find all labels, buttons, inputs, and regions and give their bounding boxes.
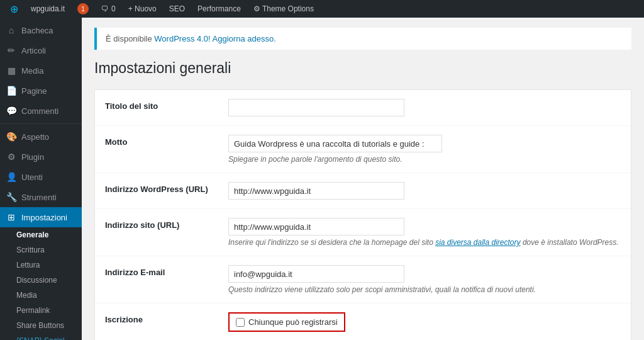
edit-icon: ✏	[6, 45, 16, 55]
sidebar-strumenti-label: Strumenti	[21, 193, 57, 202]
form-row-wp-url: Indirizzo WordPress (URL)	[95, 173, 631, 209]
adminbar-seo[interactable]: SEO	[164, 0, 190, 18]
sidebar: ⌂ Bacheca ✏ Articoli ▦ Media 📄 Pagine 💬 …	[0, 18, 82, 340]
comments-count: 0	[111, 4, 116, 13]
content-titolo	[228, 99, 621, 116]
sidebar-item-plugin[interactable]: ⚙ Plugin	[0, 147, 82, 167]
label-wp-url: Indirizzo WordPress (URL)	[105, 182, 218, 194]
sidebar-submenu-discussione[interactable]: Discussione	[0, 273, 82, 288]
sidebar-aspetto-label: Aspetto	[21, 132, 49, 142]
sidebar-item-strumenti[interactable]: 🔧 Strumenti	[0, 187, 82, 207]
iscrizione-checkbox-wrapper: Chiunque può registrarsi	[228, 312, 345, 332]
sidebar-submenu-generale[interactable]: Generale	[0, 227, 82, 242]
form-row-email: Indirizzo E-mail Questo indirizzo viene …	[95, 256, 631, 303]
update-notice: È disponibile WordPress 4.0! Aggiorna ad…	[94, 28, 631, 50]
sidebar-submenu-lettura[interactable]: Lettura	[0, 258, 82, 273]
adminbar-seo-label: SEO	[169, 4, 185, 13]
adminbar-theme-options[interactable]: ⚙ Theme Options	[248, 0, 319, 18]
form-row-site-url: Indirizzo sito (URL) Inserire qui l'indi…	[95, 209, 631, 256]
site-url-link[interactable]: sia diversa dalla directory	[435, 238, 520, 247]
plugin-icon: ⚙	[6, 152, 16, 162]
sidebar-submenu-snap[interactable]: {SNAP} Social Networks Auto Poster	[0, 333, 82, 340]
content-wp-url	[228, 182, 621, 200]
sidebar-divider-1	[0, 123, 82, 124]
sidebar-pagine-label: Pagine	[21, 86, 47, 96]
description-email: Questo indirizzo viene utilizzato solo p…	[228, 285, 621, 294]
sidebar-item-utenti[interactable]: 👤 Utenti	[0, 167, 82, 187]
form-row-titolo: Titolo del sito	[95, 90, 631, 126]
adminbar-new-label: + Nuovo	[128, 4, 157, 13]
adminbar-performance[interactable]: Performance	[192, 0, 246, 18]
tools-icon: 🔧	[6, 192, 16, 202]
sidebar-submenu-permalink[interactable]: Permalink	[0, 303, 82, 318]
page-icon: 📄	[6, 86, 16, 96]
adminbar-site-name[interactable]: wpguida.it	[26, 0, 70, 18]
sidebar-articoli-label: Articoli	[21, 46, 46, 55]
adminbar-theme-options-label: ⚙ Theme Options	[253, 4, 314, 13]
content-iscrizione: Chiunque può registrarsi	[228, 312, 621, 332]
label-site-url: Indirizzo sito (URL)	[105, 218, 218, 230]
input-motto[interactable]	[228, 135, 442, 152]
sidebar-item-impostazioni[interactable]: ⊞ Impostazioni	[0, 207, 82, 227]
sidebar-item-commenti[interactable]: 💬 Commenti	[0, 101, 82, 121]
sidebar-submenu-media[interactable]: Media	[0, 288, 82, 303]
home-icon: ⌂	[6, 25, 16, 35]
sidebar-submenu-share-buttons[interactable]: Share Buttons	[0, 318, 82, 333]
content-email: Questo indirizzo viene utilizzato solo p…	[228, 265, 621, 294]
comments-icon: 🗨	[101, 4, 109, 13]
sidebar-item-media[interactable]: ▦ Media	[0, 60, 82, 81]
sidebar-item-articoli[interactable]: ✏ Articoli	[0, 40, 82, 60]
sidebar-impostazioni-label: Impostazioni	[21, 213, 67, 222]
form-row-iscrizione: Iscrizione Chiunque può registrarsi	[95, 303, 631, 340]
description-motto: Spiegare in poche parole l'argomento di …	[228, 155, 621, 164]
main-content: È disponibile WordPress 4.0! Aggiorna ad…	[82, 18, 644, 340]
label-motto: Motto	[105, 135, 218, 147]
comment-icon: 💬	[6, 106, 16, 116]
page-title: Impostazioni generali	[94, 60, 631, 77]
sidebar-item-bacheca[interactable]: ⌂ Bacheca	[0, 20, 82, 40]
sidebar-submenu-scrittura[interactable]: Scrittura	[0, 242, 82, 258]
content-motto: Spiegare in poche parole l'argomento di …	[228, 135, 621, 164]
input-email[interactable]	[228, 265, 404, 283]
notice-update-link[interactable]: Aggiorna adesso.	[213, 34, 276, 43]
adminbar-comments[interactable]: 🗨 0	[96, 0, 121, 18]
label-checkbox-iscrizione[interactable]: Chiunque può registrarsi	[248, 317, 338, 327]
settings-form: Titolo del sito Motto Spiegare in poche …	[94, 89, 631, 340]
layout: ⌂ Bacheca ✏ Articoli ▦ Media 📄 Pagine 💬 …	[0, 18, 644, 340]
adminbar-updates[interactable]: 1	[72, 0, 94, 18]
content-site-url: Inserire qui l'indirizzo se si desidera …	[228, 218, 621, 247]
label-titolo: Titolo del sito	[105, 99, 218, 111]
adminbar-new[interactable]: + Nuovo	[123, 0, 162, 18]
sidebar-item-aspetto[interactable]: 🎨 Aspetto	[0, 127, 82, 147]
wp-logo-icon: ⊕	[10, 3, 18, 15]
description-site-url: Inserire qui l'indirizzo se si desidera …	[228, 238, 621, 247]
admin-bar: ⊕ wpguida.it 1 🗨 0 + Nuovo SEO Performan…	[0, 0, 644, 18]
sidebar-commenti-label: Commenti	[21, 106, 58, 116]
users-icon: 👤	[6, 172, 16, 182]
adminbar-performance-label: Performance	[197, 4, 241, 13]
form-row-motto: Motto Spiegare in poche parole l'argomen…	[95, 126, 631, 173]
settings-icon: ⊞	[6, 212, 16, 222]
sidebar-item-pagine[interactable]: 📄 Pagine	[0, 81, 82, 101]
sidebar-utenti-label: Utenti	[21, 173, 43, 182]
sidebar-media-label: Media	[21, 66, 43, 76]
sidebar-bacheca-label: Bacheca	[21, 26, 53, 35]
notice-text: È disponibile	[106, 34, 154, 43]
input-site-url[interactable]	[228, 218, 404, 235]
adminbar-wp-logo[interactable]: ⊕	[5, 0, 23, 18]
media-icon: ▦	[6, 65, 16, 76]
label-iscrizione: Iscrizione	[105, 312, 218, 324]
notice-wp-link[interactable]: WordPress 4.0!	[154, 34, 210, 43]
sidebar-plugin-label: Plugin	[21, 152, 44, 162]
updates-count: 1	[77, 3, 89, 14]
input-titolo[interactable]	[228, 99, 404, 116]
label-email: Indirizzo E-mail	[105, 265, 218, 277]
appearance-icon: 🎨	[6, 132, 16, 142]
input-wp-url[interactable]	[228, 182, 404, 200]
adminbar-site-label: wpguida.it	[31, 4, 65, 13]
checkbox-iscrizione[interactable]	[236, 318, 245, 327]
